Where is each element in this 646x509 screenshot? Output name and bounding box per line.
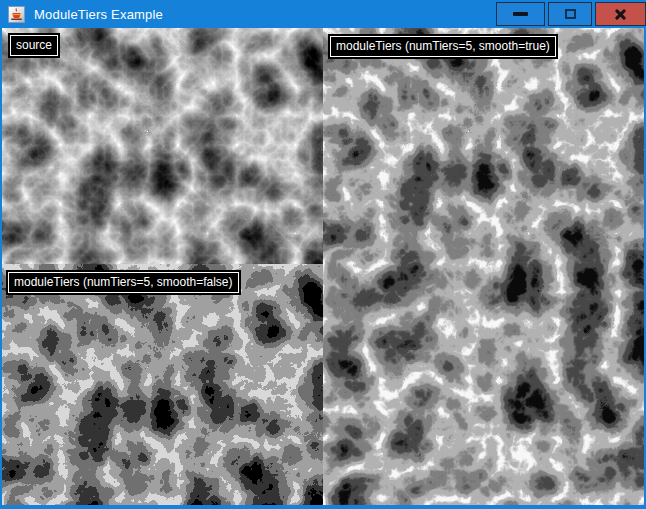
label-tiers-smooth: moduleTiers (numTiers=5, smooth=true) [330,36,556,57]
tiers-smooth-noise-image [323,28,644,505]
panel-tiers-hard: moduleTiers (numTiers=5, smooth=false) [2,264,323,505]
label-tiers-hard: moduleTiers (numTiers=5, smooth=false) [8,272,239,293]
close-button[interactable] [595,2,646,26]
tiers-hard-noise-image [2,264,323,505]
panel-tiers-smooth: moduleTiers (numTiers=5, smooth=true) [323,28,644,505]
minimize-icon [513,12,528,16]
app-window: ModuleTiers Example source [0,0,646,509]
java-app-icon [8,6,25,23]
maximize-icon [565,9,576,19]
panel-source: source [2,28,323,264]
java-coffee-cup-icon [10,8,23,21]
minimize-button[interactable] [496,2,545,26]
canvas-area: source moduleTiers (numTiers=5, smooth=t… [2,28,644,505]
close-icon [614,8,627,21]
titlebar[interactable]: ModuleTiers Example [0,0,646,28]
window-controls [496,2,646,26]
window-title: ModuleTiers Example [34,7,163,22]
label-source: source [10,35,58,56]
source-noise-image [2,28,323,264]
maximize-button[interactable] [548,2,592,26]
